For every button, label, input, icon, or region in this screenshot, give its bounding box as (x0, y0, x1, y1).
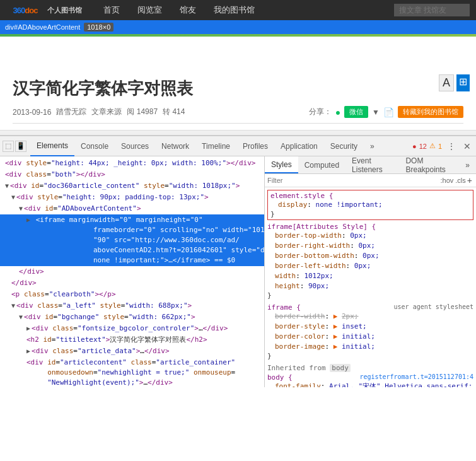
nav-home[interactable]: 首页 (95, 0, 129, 20)
logo-icon: 360doc (6, 3, 44, 17)
nav-browse[interactable]: 阅览室 (129, 0, 171, 20)
devtools-mobile-icon[interactable]: 📱 (15, 141, 26, 152)
tab-console[interactable]: Console (74, 136, 115, 156)
devtools: ⬚ 📱 Elements Console Sources Network Tim… (0, 135, 476, 387)
iframe-attr-prop-4: width: 1012px; (267, 271, 473, 281)
css-triangle-3: ▶ (334, 342, 338, 351)
element-style-close: } (270, 210, 275, 218)
inherited-source: registerfromart.t=2015112701:4 (359, 373, 473, 380)
element-style-block: element.style { display: none !important… (267, 190, 473, 220)
iframe-attr-prop-0: border-top-width: 0px; (267, 231, 473, 241)
elem-row-3[interactable]: ▼<div style="height: 90px; padding-top: … (0, 192, 264, 203)
inherited-tag[interactable]: body (330, 364, 351, 372)
more-tabs-button[interactable]: » (364, 136, 381, 156)
article-source: 文章来源 (91, 107, 122, 117)
iframe-agent-prop-0: border-width: ▶ 2px; (267, 312, 473, 322)
styles-more-icon[interactable]: » (459, 156, 476, 173)
warning-count: 1 (438, 143, 442, 150)
css-triangle-2: ▶ (334, 332, 338, 341)
elem-row-10[interactable]: ▶<div class="fontsize_bgcolor_controler"… (0, 323, 264, 334)
filter-input[interactable] (267, 177, 440, 184)
devtools-status: ● 12 ⚠ 1 ⋮ ✕ (412, 141, 473, 151)
iframe-attr-prop-3: border-left-width: 0px; (267, 261, 473, 271)
elem-row-11[interactable]: <h2 id="titiletext">汉字简化字繁体字对照表</h2> (0, 334, 264, 346)
share-area: 分享： ● 微信 ▼ 📄 转藏到我的图书馆 (309, 106, 463, 118)
filter-bar: :hov .cls + (265, 174, 476, 187)
elem-row-8[interactable]: ▼<div class="a_left" style="width: 688px… (0, 300, 264, 312)
top-nav: 360doc 个人图书馆 首页 阅览室 馆友 我的图书馆 (0, 0, 476, 20)
iframe-attr-prop-1: border-right-width: 0px; (267, 241, 473, 251)
add-style-button[interactable]: + (466, 175, 473, 185)
devtools-close-icon[interactable]: ✕ (461, 141, 473, 151)
warning-icon: ⚠ (429, 142, 436, 150)
tab-timeline[interactable]: Timeline (195, 136, 236, 156)
tab-elements[interactable]: Elements (30, 136, 74, 156)
search-input[interactable] (394, 4, 470, 16)
save-button[interactable]: 转藏到我的图书馆 (398, 106, 463, 118)
article-transfers: 转 414 (163, 107, 185, 117)
dropdown-icon[interactable]: ▼ (372, 108, 380, 117)
iframe-agent-source: user agent stylesheet (394, 303, 473, 310)
iframe-attr-prop-2: border-bottom-width: 0px; (267, 251, 473, 261)
iframe-agent-prop-1: border-style: ▶ inset; (267, 322, 473, 332)
devtools-tabs-bar: ⬚ 📱 Elements Console Sources Network Tim… (0, 136, 476, 156)
elem-row-2[interactable]: ▼<div id="doc360article_content" style="… (0, 180, 264, 192)
css-triangle-0: ▶ (334, 312, 338, 320)
elem-row-12[interactable]: ▶<div class="article_data">…</div> (0, 346, 264, 357)
iframe-agent-selector: iframe { (267, 303, 301, 312)
tab-sources[interactable]: Sources (115, 136, 155, 156)
elem-row-6[interactable]: </div> (0, 277, 264, 289)
nav-friends[interactable]: 馆友 (171, 0, 205, 20)
iframe-agent-close: } (267, 352, 272, 360)
wechat-button[interactable]: 微信 (344, 106, 368, 118)
article-meta: 2013-09-16 踏雪无踪 文章来源 阅 14987 转 414 分享： ●… (13, 106, 463, 124)
article-area: 汉字简化字繁体字对照表 2013-09-16 踏雪无踪 文章来源 阅 14987… (0, 37, 476, 130)
inherited-selector: body { (267, 373, 293, 382)
tab-application[interactable]: Application (274, 136, 324, 156)
tab-profiles[interactable]: Profiles (236, 136, 274, 156)
logo-subtitle: 个人图书馆 (47, 6, 82, 15)
save-icon: 📄 (383, 107, 394, 117)
wechat-icon: ● (335, 107, 340, 117)
styles-tabs-bar: Styles Computed Event Listeners DOM Brea… (265, 156, 476, 174)
iframe-agent-prop-3: border-image: ▶ initial; (267, 342, 473, 352)
elem-row-0[interactable]: <div style="height: 44px; _height: 0px; … (0, 158, 264, 169)
styles-tab-event[interactable]: Event Listeners (345, 156, 399, 173)
element-style-selector: element.style { (270, 192, 333, 200)
accessibility-a-icon: A (439, 74, 454, 91)
css-val-display: none !important; (316, 201, 383, 209)
styles-content: element.style { display: none !important… (265, 187, 476, 387)
tab-network[interactable]: Network (155, 136, 195, 156)
filter-options: :hov .cls (440, 177, 465, 184)
styles-tab-computed[interactable]: Computed (298, 156, 345, 173)
tooltip-size: 1018×0 (84, 23, 113, 32)
elem-row-selected[interactable]: ▶ <iframe marginwidth="0" marginheight="… (0, 214, 264, 266)
styles-tab-dom[interactable]: DOM Breakpoints (399, 156, 459, 173)
css-key-display: display (278, 201, 307, 209)
devtools-inspect-icon[interactable]: ⬚ (3, 141, 14, 152)
elem-row-7[interactable]: <p class="clearboth"></p> (0, 289, 264, 300)
tab-security[interactable]: Security (324, 136, 364, 156)
nav-library[interactable]: 我的图书馆 (205, 0, 264, 20)
inherited-from-label: Inherited from body (267, 364, 473, 372)
elem-row-1[interactable]: <div class="both"></div> (0, 169, 264, 180)
logo: 360doc 个人图书馆 (6, 3, 82, 17)
devtools-menu-icon[interactable]: ⋮ (444, 141, 458, 151)
iframe-agent-prop-2: border-color: ▶ initial; (267, 332, 473, 342)
elem-row-4[interactable]: ▼<div id="ADAboveArtContent"> (0, 203, 264, 214)
article-date: 2013-09-16 (13, 108, 51, 117)
iframe-attr-close: } (267, 291, 272, 300)
elem-row-13[interactable]: <div id="articlecontent" class="article_… (0, 357, 264, 387)
styles-panel: Styles Computed Event Listeners DOM Brea… (265, 156, 476, 387)
iframe-attr-selector: iframe[Attributes Style] { (267, 223, 376, 231)
inherited-section: Inherited from body body { registerfroma… (267, 364, 473, 387)
tooltip-tag: div#ADAboveArtContent (5, 23, 80, 31)
iframe-agent-block: iframe { user agent stylesheet border-wi… (267, 303, 473, 360)
styles-tab-styles[interactable]: Styles (265, 156, 298, 173)
h-scrollbar[interactable] (0, 130, 476, 135)
elem-row-5[interactable]: </div> (0, 266, 264, 277)
elem-row-9[interactable]: ▼<div id="bgchange" style="width: 662px;… (0, 312, 264, 323)
error-icon: ● (412, 143, 417, 150)
iframe-attr-prop-5: height: 90px; (267, 281, 473, 291)
devtools-body: <div style="height: 44px; _height: 0px; … (0, 156, 476, 387)
